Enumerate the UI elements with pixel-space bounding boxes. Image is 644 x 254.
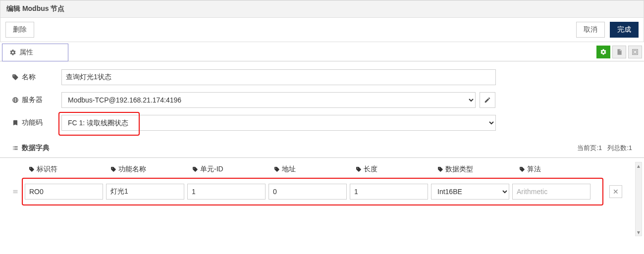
label-server: 服务器 xyxy=(12,96,61,104)
dict-section-title: 数据字典 xyxy=(12,144,50,152)
settings-gear-button[interactable] xyxy=(596,46,610,58)
tag-icon xyxy=(12,74,19,81)
drag-handle-icon[interactable] xyxy=(12,189,22,195)
tag-icon xyxy=(356,166,362,172)
list-icon xyxy=(12,145,19,152)
dialog-title-text: 编辑 Modbus 节点 xyxy=(6,4,64,12)
dialog-title: 编辑 Modbus 节点 xyxy=(0,0,644,18)
tab-properties-label: 属性 xyxy=(19,48,33,57)
tag-icon xyxy=(192,166,198,172)
cell-algorithm[interactable] xyxy=(512,184,590,200)
col-count: 列总数:1 xyxy=(607,144,632,152)
tag-icon xyxy=(29,166,35,172)
col-unit-id: 单元-ID xyxy=(192,165,274,174)
action-bar-right: 取消 完成 xyxy=(576,22,639,38)
tag-icon xyxy=(519,166,525,172)
col-identifier: 标识符 xyxy=(29,165,110,174)
col-data-type: 数据类型 xyxy=(437,165,519,174)
row-name: 名称 xyxy=(12,69,632,85)
dict-counts: 当前页:1 列总数:1 xyxy=(577,144,632,152)
appearance-button[interactable] xyxy=(628,46,642,58)
tabs-row: 属性 xyxy=(0,43,644,61)
table-row: Int16BE xyxy=(22,178,603,205)
cell-unit-id[interactable] xyxy=(187,184,266,200)
cell-address[interactable] xyxy=(268,184,347,200)
cell-length[interactable] xyxy=(350,184,428,200)
col-func-name: 功能名称 xyxy=(110,165,192,174)
row-server: 服务器 Modbus-TCP@192.168.21.174:4196 xyxy=(12,92,632,108)
svg-rect-0 xyxy=(633,50,638,55)
form-area: 名称 服务器 Modbus-TCP@192.168.21.174:4196 功能… xyxy=(0,61,644,141)
edit-server-button[interactable] xyxy=(480,92,495,108)
bookmark-icon xyxy=(12,119,19,126)
scroll-up-icon[interactable]: ▲ xyxy=(636,162,642,169)
col-length: 长度 xyxy=(356,165,437,174)
tab-properties[interactable]: 属性 xyxy=(2,44,68,61)
function-code-highlight: FC 1: 读取线圈状态 xyxy=(61,115,496,131)
col-address: 地址 xyxy=(274,165,356,174)
dict-headers: 标识符 功能名称 单元-ID 地址 长度 数据类型 算法 xyxy=(12,158,622,178)
server-select[interactable]: Modbus-TCP@192.168.21.174:4196 xyxy=(61,92,476,108)
delete-button[interactable]: 删除 xyxy=(5,22,34,38)
tag-icon xyxy=(274,166,280,172)
name-input[interactable] xyxy=(61,69,496,85)
scroll-down-icon[interactable]: ▼ xyxy=(636,229,642,236)
close-icon: ✕ xyxy=(613,188,619,196)
cell-func-name[interactable] xyxy=(106,184,184,200)
dict-row-wrap: Int16BE ✕ xyxy=(12,178,622,205)
function-code-select[interactable]: FC 1: 读取线圈状态 xyxy=(61,115,496,131)
remove-row-button[interactable]: ✕ xyxy=(609,185,622,198)
svg-rect-1 xyxy=(634,51,637,53)
tag-icon xyxy=(110,166,116,172)
cancel-button[interactable]: 取消 xyxy=(576,22,605,38)
cell-identifier[interactable] xyxy=(25,184,103,200)
globe-icon xyxy=(12,97,19,103)
done-button[interactable]: 完成 xyxy=(610,22,639,38)
tabs-right-icons xyxy=(596,44,642,60)
col-algorithm: 算法 xyxy=(519,165,598,174)
action-bar: 删除 取消 完成 xyxy=(0,18,644,42)
tag-icon xyxy=(437,166,443,172)
gear-icon xyxy=(9,49,16,56)
cell-data-type[interactable]: Int16BE xyxy=(431,184,509,200)
description-button[interactable] xyxy=(612,46,626,58)
dict-area: ▲ ▼ 标识符 功能名称 单元-ID 地址 长度 数据类型 xyxy=(0,158,644,240)
page-count: 当前页:1 xyxy=(577,144,602,152)
row-function-code: 功能码 FC 1: 读取线圈状态 xyxy=(12,115,632,131)
dict-section-header: 数据字典 当前页:1 列总数:1 xyxy=(0,141,644,158)
scrollbar[interactable]: ▲ ▼ xyxy=(635,162,642,236)
label-name: 名称 xyxy=(12,73,61,82)
label-function-code: 功能码 xyxy=(12,118,61,127)
